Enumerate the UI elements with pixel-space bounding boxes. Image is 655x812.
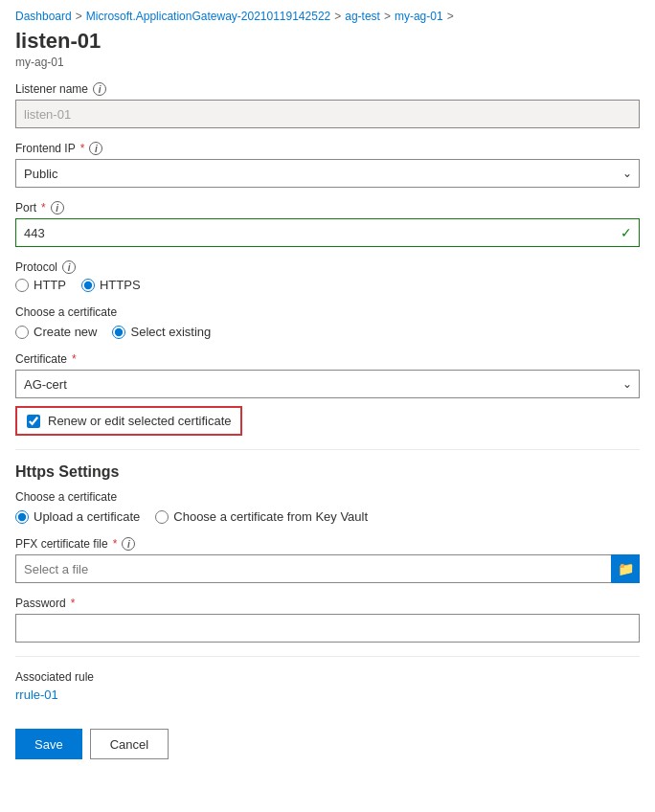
renew-edit-checkbox[interactable]: [27, 415, 40, 428]
frontend-ip-group: Frontend IP * i Public Private ⌄: [15, 142, 640, 188]
protocol-group: Protocol i HTTP HTTPS: [15, 260, 640, 292]
listener-name-group: Listener name i: [15, 82, 640, 128]
listener-name-label: Listener name: [15, 82, 88, 96]
breadcrumb-sep-2: >: [334, 10, 341, 23]
choose-cert-label: Choose a certificate: [15, 305, 640, 319]
frontend-ip-select[interactable]: Public Private: [15, 159, 640, 188]
certificate-select-wrapper: AG-cert ⌄: [15, 370, 640, 398]
choose-cert-https-label: Choose a certificate: [15, 490, 640, 504]
breadcrumb-sep-4: >: [447, 10, 454, 23]
port-info-icon[interactable]: i: [51, 201, 64, 214]
https-cert-radio-group: Upload a certificate Choose a certificat…: [15, 509, 640, 524]
frontend-ip-label: Frontend IP: [15, 142, 76, 155]
folder-icon: 📁: [618, 561, 634, 576]
listener-name-input[interactable]: [15, 100, 640, 128]
select-existing-label: Select existing: [130, 325, 211, 339]
frontend-ip-info-icon[interactable]: i: [89, 142, 102, 155]
choose-cert-radio-group: Create new Select existing: [15, 325, 640, 339]
protocol-http-option[interactable]: HTTP: [15, 278, 66, 292]
choose-cert-group: Choose a certificate Create new Select e…: [15, 305, 640, 339]
create-new-option[interactable]: Create new: [15, 325, 97, 339]
select-existing-option[interactable]: Select existing: [112, 325, 211, 339]
port-input[interactable]: [15, 218, 640, 247]
protocol-https-radio[interactable]: [81, 279, 95, 292]
upload-cert-radio[interactable]: [15, 510, 29, 524]
port-check-icon: ✓: [621, 225, 632, 240]
pfx-group: PFX certificate file * i 📁: [15, 537, 640, 583]
protocol-radio-group: HTTP HTTPS: [15, 278, 640, 292]
protocol-https-label: HTTPS: [100, 278, 141, 292]
protocol-https-option[interactable]: HTTPS: [81, 278, 141, 292]
password-group: Password *: [15, 597, 640, 643]
associated-rule-label: Associated rule: [15, 670, 94, 684]
key-vault-label: Choose a certificate from Key Vault: [173, 509, 368, 524]
certificate-required: *: [72, 352, 77, 366]
create-new-radio[interactable]: [15, 326, 29, 339]
password-label: Password: [15, 597, 66, 610]
divider-1: [15, 449, 640, 450]
protocol-http-radio[interactable]: [15, 279, 29, 292]
upload-cert-option[interactable]: Upload a certificate: [15, 509, 140, 524]
breadcrumb-gateway[interactable]: Microsoft.ApplicationGateway-20210119142…: [86, 10, 331, 23]
certificate-group: Certificate * AG-cert ⌄ Renew or edit se…: [15, 352, 640, 436]
pfx-file-wrapper: 📁: [15, 554, 640, 583]
save-button[interactable]: Save: [15, 729, 82, 759]
certificate-select[interactable]: AG-cert: [15, 370, 640, 398]
breadcrumb-agtest[interactable]: ag-test: [345, 10, 380, 23]
select-existing-radio[interactable]: [112, 326, 125, 339]
divider-2: [15, 656, 640, 657]
cancel-button[interactable]: Cancel: [90, 729, 169, 759]
frontend-ip-select-wrapper: Public Private ⌄: [15, 159, 640, 188]
pfx-file-browse-button[interactable]: 📁: [611, 554, 640, 583]
key-vault-option[interactable]: Choose a certificate from Key Vault: [155, 509, 368, 524]
frontend-ip-required: *: [80, 142, 85, 155]
page-subtitle: my-ag-01: [0, 56, 655, 82]
port-required: *: [41, 201, 46, 214]
port-group: Port * i ✓: [15, 201, 640, 247]
breadcrumb-myag[interactable]: my-ag-01: [395, 10, 443, 23]
pfx-file-input[interactable]: [15, 554, 611, 583]
pfx-info-icon[interactable]: i: [122, 537, 135, 551]
pfx-required: *: [113, 537, 118, 551]
protocol-info-icon[interactable]: i: [62, 260, 76, 274]
certificate-label: Certificate: [15, 352, 67, 366]
upload-cert-label: Upload a certificate: [34, 509, 140, 524]
pfx-label: PFX certificate file: [15, 537, 108, 551]
protocol-http-label: HTTP: [34, 278, 66, 292]
port-input-wrapper: ✓: [15, 218, 640, 247]
password-input[interactable]: [15, 614, 640, 643]
create-new-label: Create new: [34, 325, 97, 339]
page-title: listen-01: [0, 29, 655, 56]
button-row: Save Cancel: [0, 715, 655, 775]
breadcrumb-dashboard[interactable]: Dashboard: [15, 10, 72, 23]
protocol-label: Protocol: [15, 260, 57, 274]
renew-edit-label: Renew or edit selected certificate: [48, 414, 231, 428]
https-settings-section: Https Settings Choose a certificate Uplo…: [15, 463, 640, 524]
breadcrumb-sep-3: >: [384, 10, 391, 23]
renew-edit-row[interactable]: Renew or edit selected certificate: [15, 406, 242, 436]
listener-name-info-icon[interactable]: i: [93, 82, 106, 96]
port-label: Port: [15, 201, 36, 214]
breadcrumb-sep-1: >: [76, 10, 82, 23]
https-settings-heading: Https Settings: [15, 463, 640, 481]
associated-rule-group: Associated rule rrule-01: [15, 670, 640, 702]
password-required: *: [71, 597, 76, 610]
breadcrumb: Dashboard > Microsoft.ApplicationGateway…: [0, 0, 655, 29]
associated-rule-link[interactable]: rrule-01: [15, 688, 58, 702]
key-vault-radio[interactable]: [155, 510, 169, 524]
